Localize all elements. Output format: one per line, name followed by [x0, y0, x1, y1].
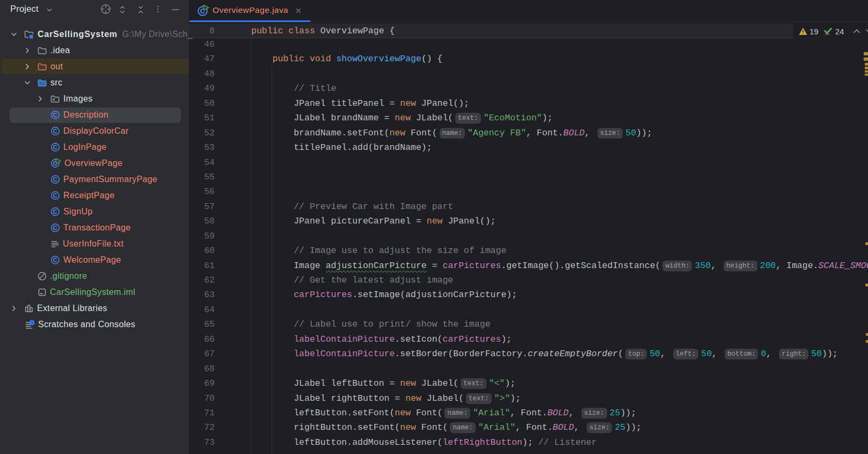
svg-text:C: C — [53, 225, 57, 231]
svg-text:C: C — [53, 257, 57, 263]
svg-text:C: C — [53, 112, 57, 118]
svg-text:C: C — [53, 144, 57, 150]
svg-text:C: C — [53, 192, 57, 199]
svg-text:C: C — [53, 128, 57, 134]
svg-text:C: C — [53, 208, 57, 215]
svg-text:C: C — [53, 176, 57, 183]
